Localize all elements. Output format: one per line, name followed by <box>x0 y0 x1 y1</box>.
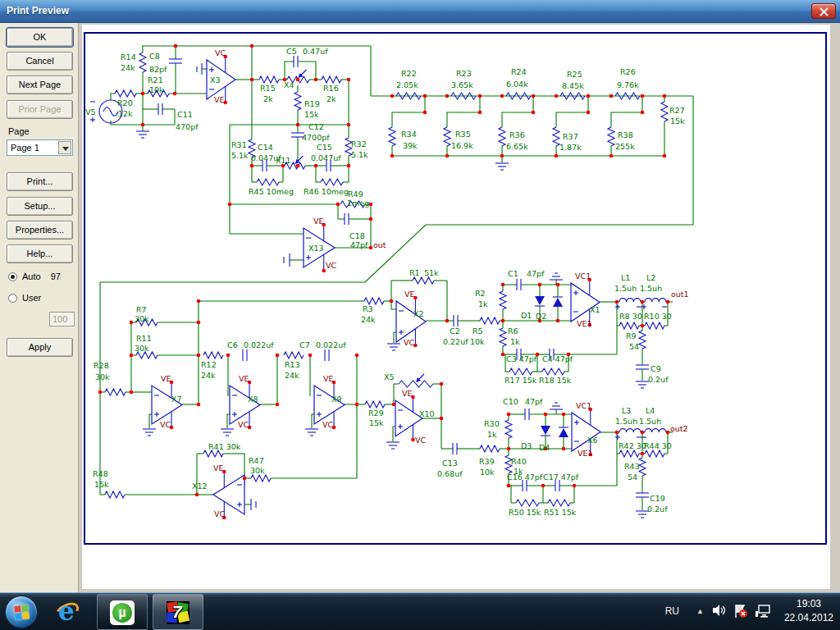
schematic-label-1k: 1k <box>478 299 488 308</box>
schematic-label-C10: C10 <box>503 397 518 406</box>
resistor <box>505 420 512 438</box>
junction-dot <box>641 431 645 435</box>
schematic-label-R44-30: R44 30 <box>644 441 672 450</box>
resistor <box>105 389 126 395</box>
schematic-label-R45-10meg: R45 10meg <box>249 187 294 196</box>
junction-dot <box>250 164 254 168</box>
junction-dot <box>226 354 231 358</box>
schematic-label-47pf: 47pf <box>525 397 543 406</box>
schematic-label-1.5uh: 1.5uh <box>614 284 637 293</box>
schematic-label-R10-30: R10 30 <box>644 312 672 321</box>
utorrent-icon: µ <box>110 600 135 625</box>
schematic-label-R6: R6 <box>508 326 518 336</box>
junction-dot <box>615 431 619 435</box>
junction-dot <box>556 283 560 287</box>
schematic-label-10k: 10k <box>480 468 495 477</box>
page-select[interactable]: Page 1 <box>7 139 73 156</box>
schematic-label-VE: VE <box>402 389 413 398</box>
clock[interactable]: 19:03 22.04.2012 <box>784 597 833 625</box>
ok-button[interactable]: OK <box>7 28 73 47</box>
junction-dot <box>501 353 505 357</box>
resistor <box>639 458 646 476</box>
schematic-label-C13: C13 <box>442 459 458 468</box>
resistor <box>480 445 500 452</box>
schematic-label-X12: X12 <box>192 482 208 491</box>
resistor <box>259 76 279 83</box>
junction-dot <box>663 94 667 98</box>
resistor <box>322 76 341 83</box>
junction-dot <box>130 321 134 325</box>
schematic-label-X6: X6 <box>587 436 598 445</box>
next-page-button[interactable]: Next Page <box>7 75 73 94</box>
resistor <box>645 450 664 457</box>
schematic-label-C2: C2 <box>450 326 460 336</box>
junction-dot <box>174 44 178 48</box>
opamp <box>314 386 345 424</box>
junction-dot <box>445 94 450 98</box>
properties-button[interactable]: Properties... <box>7 221 73 240</box>
internet-explorer-button[interactable]: e <box>54 598 82 626</box>
user-scale-input[interactable] <box>49 312 75 326</box>
opamp <box>571 283 600 322</box>
schematic-label-30k: 30k <box>95 372 110 381</box>
resistor <box>365 401 385 408</box>
schematic-label-15k: 15k <box>670 116 685 126</box>
schematic-label-R41-30k: R41 30k <box>208 442 241 451</box>
action-center-flag-icon[interactable] <box>733 604 748 619</box>
junction-dot <box>390 299 394 304</box>
show-hidden-icons-icon[interactable]: ▲ <box>696 607 704 615</box>
seven-app-taskbar-button[interactable]: 7 <box>153 594 203 630</box>
junction-dot <box>538 283 542 287</box>
schematic-label-C5: C5 <box>286 47 297 56</box>
network-icon[interactable] <box>755 604 771 619</box>
schematic-label-L2: L2 <box>646 273 655 282</box>
schematic-label-VC: VC <box>326 261 336 270</box>
cancel-button[interactable]: Cancel <box>7 52 73 71</box>
language-indicator[interactable]: RU <box>665 605 679 617</box>
schematic-label-C11: C11 <box>177 110 193 119</box>
resistor <box>516 500 539 506</box>
help-button[interactable]: Help... <box>7 244 73 263</box>
utorrent-taskbar-button[interactable]: µ <box>97 594 148 630</box>
schematic-label-10k: 10k <box>149 85 164 94</box>
apply-button[interactable]: Apply <box>7 338 73 357</box>
junction-dot <box>197 354 201 358</box>
print-button[interactable]: Print... <box>7 172 73 191</box>
dropdown-arrow-icon[interactable] <box>58 141 71 154</box>
auto-radio[interactable] <box>8 272 17 281</box>
inductor <box>619 429 641 432</box>
schematic-label-VC: VC <box>415 436 426 445</box>
schematic-label-0.47uf: 0.47uf <box>303 47 328 56</box>
junction-dot <box>250 44 254 48</box>
schematic-label-R26: R26 <box>620 67 636 76</box>
prior-page-button[interactable]: Prior Page <box>7 100 73 119</box>
diode <box>553 298 563 307</box>
junction-dot <box>541 484 546 488</box>
setup-button[interactable]: Setup... <box>7 197 73 216</box>
junction-dot <box>587 94 591 98</box>
start-button[interactable] <box>5 596 38 628</box>
schematic-label-5.1k: 5.1k <box>231 151 249 160</box>
schematic-label-R19: R19 <box>304 99 320 108</box>
junction-dot <box>507 447 511 451</box>
schematic-label-R12: R12 <box>201 360 217 369</box>
junction-dot <box>141 92 145 96</box>
wire <box>502 96 533 127</box>
volume-icon[interactable] <box>712 604 725 617</box>
junction-dot <box>573 484 577 488</box>
junction-dot <box>666 300 670 304</box>
user-radio[interactable] <box>8 294 17 303</box>
schematic-label-VE: VE <box>214 95 225 104</box>
schematic-label-R2: R2 <box>475 289 486 298</box>
junction-dot <box>544 413 548 417</box>
schematic-label-V5: V5 <box>85 107 96 116</box>
schematic-label-12k: 12k <box>118 109 133 118</box>
schematic-label-5.1k: 5.1k <box>351 150 368 159</box>
diode <box>535 296 545 305</box>
close-button[interactable] <box>811 3 836 19</box>
schematic-label-1.5uh: 1.5uh <box>615 417 637 426</box>
schematic-label-0.22uf: 0.22uf <box>443 337 468 346</box>
junction-dot <box>197 403 201 407</box>
resistor <box>615 93 640 99</box>
resistor <box>389 127 395 146</box>
